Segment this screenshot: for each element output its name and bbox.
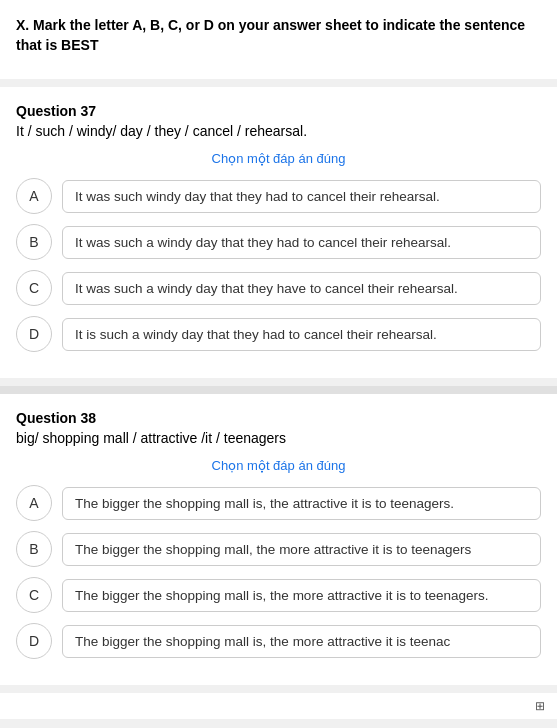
question-38-title: Question 38 — [16, 410, 541, 426]
option-38-d-circle[interactable]: D — [16, 623, 52, 659]
option-38-c[interactable]: C The bigger the shopping mall is, the m… — [16, 577, 541, 613]
option-38-c-text: The bigger the shopping mall is, the mor… — [62, 579, 541, 612]
pagination-grid-icon[interactable]: ⊞ — [535, 699, 545, 713]
question-37-prompt: It / such / windy/ day / they / cancel /… — [16, 123, 541, 139]
option-37-b-circle[interactable]: B — [16, 224, 52, 260]
option-37-a-circle[interactable]: A — [16, 178, 52, 214]
question-37-section: Question 37 It / such / windy/ day / the… — [0, 87, 557, 378]
option-38-d[interactable]: D The bigger the shopping mall is, the m… — [16, 623, 541, 659]
option-37-c[interactable]: C It was such a windy day that they have… — [16, 270, 541, 306]
option-38-b-circle[interactable]: B — [16, 531, 52, 567]
option-37-b-text: It was such a windy day that they had to… — [62, 226, 541, 259]
question-38-prompt: big/ shopping mall / attractive /it / te… — [16, 430, 541, 446]
option-37-d-text: It is such a windy day that they had to … — [62, 318, 541, 351]
section-header: X. Mark the letter A, B, C, or D on your… — [0, 0, 557, 79]
question-37-choose-label: Chọn một đáp án đúng — [16, 151, 541, 166]
question-38-choose-label: Chọn một đáp án đúng — [16, 458, 541, 473]
option-37-b[interactable]: B It was such a windy day that they had … — [16, 224, 541, 260]
question-37-title: Question 37 — [16, 103, 541, 119]
option-38-d-text: The bigger the shopping mall is, the mor… — [62, 625, 541, 658]
option-38-a[interactable]: A The bigger the shopping mall is, the a… — [16, 485, 541, 521]
option-38-a-circle[interactable]: A — [16, 485, 52, 521]
option-38-b[interactable]: B The bigger the shopping mall, the more… — [16, 531, 541, 567]
option-37-a[interactable]: A It was such windy day that they had to… — [16, 178, 541, 214]
option-37-d-circle[interactable]: D — [16, 316, 52, 352]
pagination-bar: ⊞ — [0, 693, 557, 719]
option-38-a-text: The bigger the shopping mall is, the att… — [62, 487, 541, 520]
option-37-c-circle[interactable]: C — [16, 270, 52, 306]
option-37-c-text: It was such a windy day that they have t… — [62, 272, 541, 305]
question-38-section: Question 38 big/ shopping mall / attract… — [0, 394, 557, 685]
option-37-d[interactable]: D It is such a windy day that they had t… — [16, 316, 541, 352]
option-38-c-circle[interactable]: C — [16, 577, 52, 613]
section-divider — [0, 386, 557, 394]
option-37-a-text: It was such windy day that they had to c… — [62, 180, 541, 213]
option-38-b-text: The bigger the shopping mall, the more a… — [62, 533, 541, 566]
instruction-text: X. Mark the letter A, B, C, or D on your… — [16, 16, 541, 55]
